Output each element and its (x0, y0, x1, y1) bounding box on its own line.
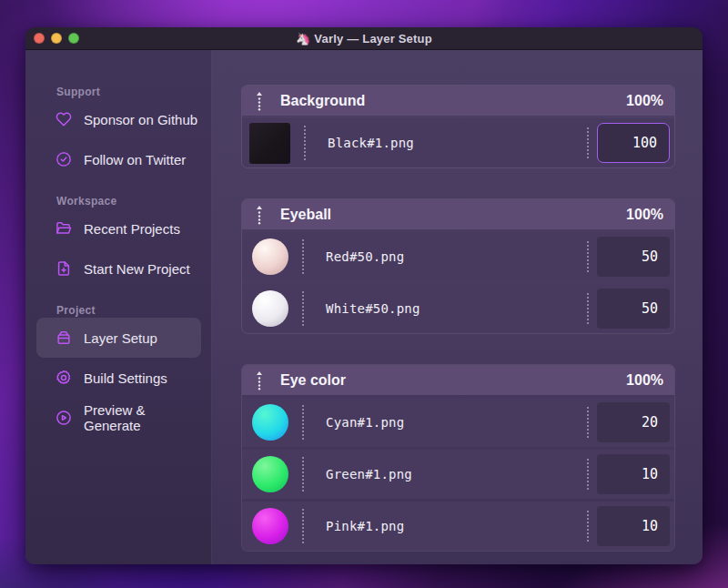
layer-row: White#50.png (242, 284, 674, 333)
layer-group-eye-color: Eye color 100% Cyan#1.png Green#1.png (242, 365, 674, 551)
layer-weight-input[interactable] (597, 123, 670, 163)
sidebar-item-preview-generate[interactable]: Preview & Generate (36, 398, 201, 438)
sidebar-section-project: Project (56, 303, 211, 318)
layer-filename: Red#50.png (326, 249, 404, 264)
layer-filename: Green#1.png (326, 467, 412, 482)
app-logo-unicorn-icon: 🦄 (296, 32, 310, 46)
layer-filename: White#50.png (326, 301, 420, 316)
app-window: 🦄 Varly — Layer Setup Support Sponsor on… (25, 27, 703, 564)
sidebar: Support Sponsor on Github Follow on Twit… (25, 50, 212, 564)
gear-icon (55, 369, 73, 387)
layer-filename: Cyan#1.png (326, 415, 404, 430)
divider (587, 511, 589, 542)
layer-group-eyeball: Eyeball 100% Red#50.png White#50.png (242, 199, 674, 333)
sidebar-item-start-new-project[interactable]: Start New Project (36, 248, 201, 289)
sidebar-item-recent-projects[interactable]: Recent Projects (36, 208, 201, 248)
group-header: Eyeball 100% (242, 199, 674, 229)
layer-thumbnail (252, 404, 288, 441)
divider (587, 293, 589, 324)
divider (587, 407, 589, 438)
sidebar-item-sponsor-github[interactable]: Sponsor on Github (36, 99, 201, 139)
sidebar-section-workspace: Workspace (56, 194, 211, 208)
layer-row: Black#1.png (242, 118, 674, 167)
layer-thumbnail (252, 508, 288, 544)
drag-handle-icon[interactable] (255, 370, 264, 390)
sidebar-item-label: Follow on Twitter (84, 152, 186, 167)
sidebar-item-layer-setup[interactable]: Layer Setup (36, 318, 201, 358)
layer-thumbnail (249, 123, 290, 164)
group-header: Background 100% (242, 86, 674, 116)
layer-row: Pink#1.png (242, 502, 674, 551)
group-title: Eyeball (280, 207, 331, 223)
divider (302, 457, 304, 492)
group-weight: 100% (626, 372, 663, 389)
sidebar-section-support: Support (56, 85, 211, 99)
title-bar: 🦄 Varly — Layer Setup (25, 27, 703, 50)
sidebar-item-label: Build Settings (84, 370, 167, 386)
sidebar-item-build-settings[interactable]: Build Settings (36, 358, 201, 398)
layer-thumbnail (252, 456, 288, 492)
layer-weight-input[interactable] (597, 237, 670, 277)
file-plus-icon (55, 259, 73, 278)
divider (302, 405, 304, 440)
heart-icon (55, 110, 73, 128)
layer-weight-input[interactable] (597, 289, 670, 329)
divider (587, 127, 589, 158)
sidebar-item-follow-twitter[interactable]: Follow on Twitter (36, 139, 201, 179)
sidebar-item-label: Start New Project (84, 261, 190, 277)
group-title: Eye color (280, 372, 346, 389)
group-weight: 100% (626, 207, 663, 223)
layer-weight-input[interactable] (597, 506, 670, 546)
drag-handle-icon[interactable] (255, 205, 264, 225)
group-weight: 100% (626, 93, 663, 109)
group-header: Eye color 100% (242, 365, 674, 395)
window-title-text: Varly — Layer Setup (314, 32, 432, 46)
sidebar-item-label: Layer Setup (84, 330, 157, 346)
layer-setup-panel: Background 100% Black#1.png (212, 50, 703, 564)
window-title: 🦄 Varly — Layer Setup (25, 32, 703, 46)
layer-filename: Pink#1.png (326, 519, 404, 533)
layer-filename: Black#1.png (328, 136, 414, 150)
group-title: Background (280, 93, 365, 109)
divider (302, 239, 304, 274)
layer-row: Red#50.png (242, 232, 674, 281)
badge-check-icon (55, 150, 73, 168)
divider (587, 241, 589, 272)
sidebar-item-label: Recent Projects (84, 221, 180, 237)
layer-row: Cyan#1.png (242, 398, 674, 447)
divider (587, 459, 589, 490)
sidebar-item-label: Sponsor on Github (84, 112, 197, 127)
layer-group-background: Background 100% Black#1.png (242, 86, 674, 167)
archive-layers-icon (55, 329, 73, 347)
divider (304, 126, 306, 160)
layer-thumbnail (252, 238, 288, 275)
layer-weight-input[interactable] (597, 454, 670, 494)
layer-weight-input[interactable] (597, 402, 670, 442)
play-circle-icon (55, 409, 73, 427)
drag-handle-icon[interactable] (255, 91, 264, 111)
sidebar-item-label: Preview & Generate (84, 402, 201, 433)
layer-row: Green#1.png (242, 450, 674, 499)
folder-open-icon (55, 219, 73, 238)
divider (302, 291, 304, 326)
divider (302, 509, 304, 543)
layer-thumbnail (252, 290, 288, 327)
